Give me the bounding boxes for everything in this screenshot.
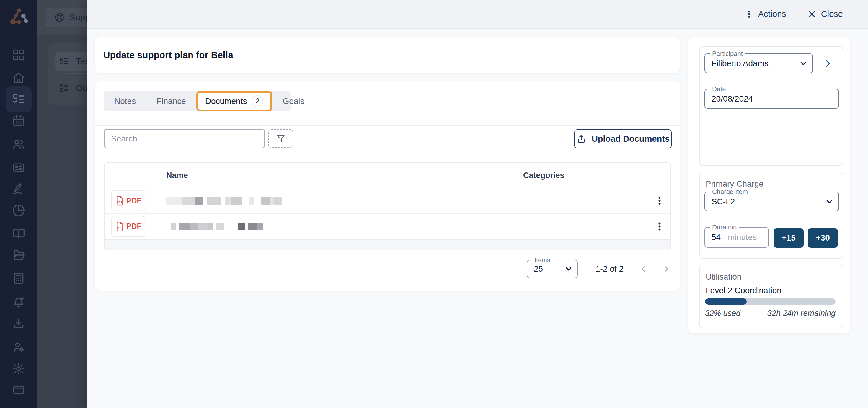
table-row[interactable]: PDF PDF	[104, 214, 670, 240]
duration-input[interactable]: Duration 54 minutes	[705, 227, 769, 248]
open-participant-button[interactable]	[822, 57, 834, 70]
sidebar-item-notifications[interactable]	[0, 295, 37, 309]
pagination-range: 1-2 of 2	[595, 264, 624, 274]
sidebar-item-calculator[interactable]	[0, 271, 37, 285]
utilisation-item-name: Level 2 Coordination	[706, 286, 781, 295]
sidebar-item-reports[interactable]	[0, 203, 37, 218]
chevron-down-icon	[564, 264, 573, 273]
date-input[interactable]: Date 20/08/2024	[705, 89, 839, 108]
card-divider	[95, 125, 680, 126]
filter-button[interactable]	[268, 129, 293, 148]
table-row[interactable]: PDF PDF	[104, 188, 670, 214]
sidebar-item-downloads[interactable]	[0, 316, 37, 331]
tab-documents-label: Documents	[205, 97, 247, 106]
sidebar-item-user-settings[interactable]	[0, 340, 37, 354]
home-icon	[12, 71, 25, 85]
pdf-file-chip: PDF PDF	[111, 190, 145, 211]
participant-select[interactable]: Participant Filiberto Adams	[705, 54, 813, 73]
dimmed-background: Supp Tas Out	[37, 0, 87, 408]
participant-section: Participant Filiberto Adams Date 20/08/2…	[699, 46, 843, 166]
charge-item-label: Charge Item	[710, 188, 750, 196]
previous-page-button[interactable]	[638, 264, 649, 274]
documents-table: Name Categories PDF PDF	[104, 162, 671, 250]
title-card: Update support plan for Bella	[95, 37, 680, 73]
utilisation-title: Utilisation	[706, 272, 741, 282]
background-divider	[66, 73, 87, 73]
svg-text:PDF: PDF	[117, 226, 122, 229]
close-icon	[807, 10, 816, 19]
upload-icon	[576, 134, 586, 144]
support-plan-modal: Actions Close Update support plan for Be…	[87, 0, 868, 408]
kebab-menu-icon	[655, 196, 664, 206]
add-30-minutes-button[interactable]: +30	[808, 228, 838, 248]
utilisation-section: Utilisation Level 2 Coordination 32% use…	[699, 264, 843, 328]
charge-item-value: SC-L2	[705, 197, 735, 207]
close-button[interactable]: Close	[807, 9, 843, 19]
redacted-file-name	[166, 197, 282, 205]
app-root: Supp Tas Out Actions Close	[0, 0, 868, 408]
sidebar-item-home[interactable]	[0, 71, 37, 85]
background-tab-label: Supp	[69, 12, 87, 23]
actions-button[interactable]: Actions	[745, 9, 786, 19]
id-card-icon	[12, 161, 25, 174]
pagination: Items 25 1-2 of 2	[527, 260, 671, 278]
redacted-file-name	[171, 223, 263, 230]
pie-chart-icon	[12, 204, 25, 217]
column-header-name: Name	[166, 171, 188, 180]
signature-icon	[12, 182, 25, 195]
tab-notes[interactable]: Notes	[104, 97, 146, 106]
background-item-tasks: Tas	[55, 52, 87, 70]
chevron-down-icon	[825, 197, 834, 206]
tab-goals[interactable]: Goals	[272, 97, 314, 106]
sidebar-item-id-card[interactable]	[0, 161, 37, 175]
settings-icon	[12, 362, 25, 375]
sidebar-item-settings[interactable]	[0, 362, 37, 376]
background-nav-card: Tas Out	[49, 43, 87, 105]
date-label: Date	[710, 85, 728, 93]
duration-label: Duration	[710, 223, 739, 231]
duration-value: 54	[705, 232, 721, 242]
items-per-page-value: 25	[534, 264, 543, 274]
tab-bar: Notes Finance Documents 2 Goals	[104, 91, 290, 111]
search-input[interactable]	[104, 129, 265, 148]
sidebar-item-people[interactable]	[0, 137, 37, 152]
sidebar-item-tasks[interactable]	[0, 92, 37, 106]
tab-finance[interactable]: Finance	[146, 97, 196, 106]
row-menu-button[interactable]	[653, 218, 666, 235]
calendar-icon	[12, 114, 25, 127]
annotation-highlight-box: Documents 2	[196, 91, 273, 111]
next-page-button[interactable]	[661, 264, 671, 274]
sidebar-item-dashboard[interactable]	[0, 48, 37, 62]
items-label: Items	[532, 256, 553, 264]
kebab-menu-icon	[655, 221, 664, 231]
chevron-right-icon	[823, 59, 833, 68]
primary-charge-title: Primary Charge	[706, 179, 764, 189]
pdf-document-icon: PDF	[115, 195, 124, 206]
row-menu-button[interactable]	[653, 192, 666, 209]
items-per-page-select[interactable]: Items 25	[527, 260, 578, 278]
billing-icon	[12, 383, 25, 396]
sidebar-item-billing[interactable]	[0, 383, 37, 397]
life-ring-icon	[54, 12, 65, 23]
kebab-menu-icon	[745, 10, 753, 19]
chevron-left-icon	[639, 264, 648, 273]
pdf-label: PDF	[126, 196, 142, 206]
pdf-document-icon: PDF	[115, 221, 124, 232]
user-settings-icon	[12, 341, 25, 354]
upload-documents-button[interactable]: Upload Documents	[574, 129, 672, 149]
sidebar-item-signature[interactable]	[0, 182, 37, 196]
tasks-list-icon	[59, 56, 69, 66]
background-tab-support: Supp	[46, 8, 87, 27]
utilisation-labels: 32% used 32h 24m remaining	[705, 309, 836, 318]
documents-count-badge: 2	[252, 95, 264, 107]
people-icon	[12, 138, 25, 151]
tab-documents[interactable]: Documents 2	[198, 93, 271, 109]
details-panel: Participant Filiberto Adams Date 20/08/2…	[688, 37, 850, 333]
dashboard-icon	[12, 49, 25, 61]
sidebar-item-knowledge[interactable]	[0, 226, 37, 241]
charge-item-select[interactable]: Charge Item SC-L2	[705, 192, 839, 211]
add-15-minutes-button[interactable]: +15	[774, 228, 804, 248]
sidebar-item-files[interactable]	[0, 248, 37, 262]
sidebar-item-calendar[interactable]	[0, 114, 37, 128]
modal-header: Actions Close	[87, 0, 868, 29]
